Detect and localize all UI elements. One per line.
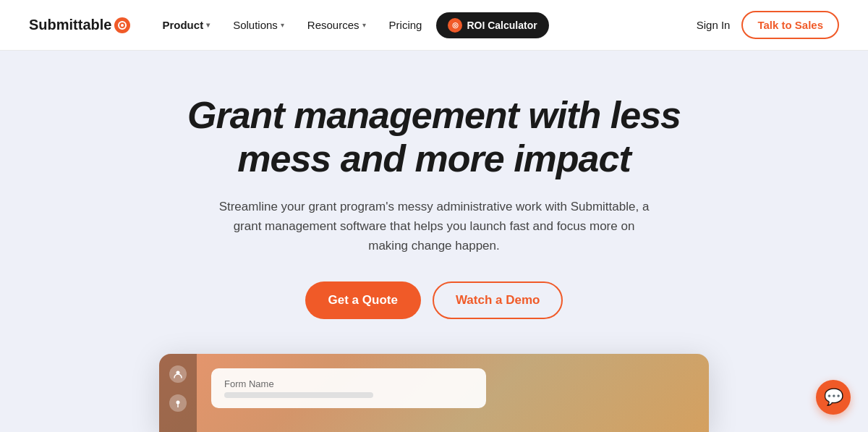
preview-sidebar — [159, 354, 197, 432]
get-quote-button[interactable]: Get a Quote — [305, 281, 421, 319]
talk-to-sales-button[interactable]: Talk to Sales — [741, 11, 839, 39]
logo-icon — [114, 17, 130, 33]
preview-content: Form Name — [197, 354, 709, 423]
hero-buttons: Get a Quote Watch a Demo — [305, 281, 563, 319]
sidebar-pin-icon — [169, 394, 187, 412]
nav-pricing[interactable]: Pricing — [380, 13, 431, 37]
roi-calculator-badge[interactable]: ◎ ROI Calculator — [436, 12, 548, 38]
hero-section: Grant management with less mess and more… — [0, 51, 868, 432]
navbar: Submittable Product ▾ Solutions ▾ Resour… — [0, 0, 868, 51]
nav-product[interactable]: Product ▾ — [153, 13, 218, 37]
form-name-label: Form Name — [224, 378, 473, 389]
product-preview: Form Name — [159, 354, 709, 432]
nav-links: Product ▾ Solutions ▾ Resources ▾ Pricin… — [153, 12, 696, 38]
sidebar-person-icon — [169, 365, 187, 383]
roi-icon: ◎ — [448, 18, 462, 33]
nav-right: Sign In Talk to Sales — [697, 11, 839, 39]
chat-bubble[interactable]: 💬 — [816, 380, 851, 415]
svg-point-1 — [121, 24, 124, 27]
chevron-down-icon: ▾ — [206, 21, 210, 29]
logo-text: Submittable — [29, 17, 111, 33]
hero-title: Grant management with less mess and more… — [145, 94, 723, 181]
logo[interactable]: Submittable — [29, 17, 130, 33]
nav-resources[interactable]: Resources ▾ — [299, 13, 375, 37]
preview-card: Form Name — [211, 368, 486, 408]
chevron-down-icon: ▾ — [362, 21, 366, 29]
sign-in-link[interactable]: Sign In — [697, 19, 731, 31]
watch-demo-button[interactable]: Watch a Demo — [433, 281, 563, 319]
chat-icon: 💬 — [824, 388, 843, 407]
hero-subtitle: Streamline your grant program's messy ad… — [217, 197, 651, 256]
chevron-down-icon: ▾ — [281, 21, 284, 29]
nav-solutions[interactable]: Solutions ▾ — [224, 13, 293, 37]
